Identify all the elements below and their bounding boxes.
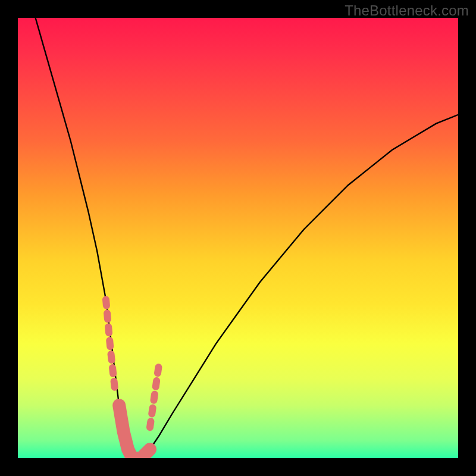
bottleneck-curve (18, 18, 458, 458)
watermark-text: TheBottleneck.com (345, 2, 469, 19)
chart-frame: TheBottleneck.com (0, 0, 476, 476)
plot-area (18, 18, 458, 458)
